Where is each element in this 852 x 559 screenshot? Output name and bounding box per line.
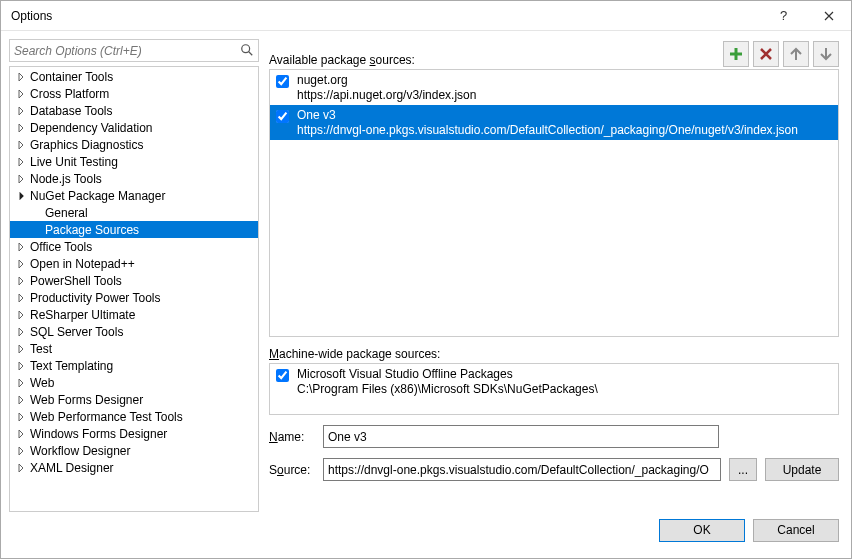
cancel-button[interactable]: Cancel bbox=[753, 519, 839, 542]
chevron-right-icon[interactable] bbox=[16, 361, 26, 371]
window-title: Options bbox=[11, 9, 761, 23]
close-button[interactable] bbox=[806, 1, 851, 30]
tree-item[interactable]: Web bbox=[10, 374, 258, 391]
tree-item[interactable]: Web Forms Designer bbox=[10, 391, 258, 408]
chevron-right-icon[interactable] bbox=[16, 463, 26, 473]
chevron-right-icon[interactable] bbox=[16, 259, 26, 269]
source-url: C:\Program Files (x86)\Microsoft SDKs\Nu… bbox=[297, 382, 598, 397]
move-up-button[interactable] bbox=[783, 41, 809, 67]
search-box[interactable] bbox=[9, 39, 259, 62]
tree-item[interactable]: SQL Server Tools bbox=[10, 323, 258, 340]
chevron-right-icon[interactable] bbox=[16, 310, 26, 320]
tree-item[interactable]: Open in Notepad++ bbox=[10, 255, 258, 272]
remove-source-button[interactable] bbox=[753, 41, 779, 67]
tree-item[interactable]: Graphics Diagnostics bbox=[10, 136, 258, 153]
chevron-right-icon[interactable] bbox=[16, 89, 26, 99]
available-sources-label: Available package sources: bbox=[269, 53, 415, 67]
available-sources-list[interactable]: nuget.orghttps://api.nuget.org/v3/index.… bbox=[269, 69, 839, 337]
tree-item[interactable]: Live Unit Testing bbox=[10, 153, 258, 170]
name-input[interactable] bbox=[323, 425, 719, 448]
chevron-right-icon[interactable] bbox=[16, 276, 26, 286]
source-text: One v3https://dnvgl-one.pkgs.visualstudi… bbox=[297, 108, 798, 138]
move-down-button[interactable] bbox=[813, 41, 839, 67]
chevron-right-icon[interactable] bbox=[16, 157, 26, 167]
chevron-right-icon[interactable] bbox=[16, 378, 26, 388]
right-panel: Available package sources: bbox=[269, 39, 839, 512]
tree-item-label: ReSharper Ultimate bbox=[30, 308, 135, 322]
tree-item[interactable]: General bbox=[10, 204, 258, 221]
tree-item[interactable]: ReSharper Ultimate bbox=[10, 306, 258, 323]
ok-button[interactable]: OK bbox=[659, 519, 745, 542]
tree-item-label: Live Unit Testing bbox=[30, 155, 118, 169]
chevron-right-icon[interactable] bbox=[16, 327, 26, 337]
name-row: Name: bbox=[269, 425, 839, 448]
tree-item[interactable]: Productivity Power Tools bbox=[10, 289, 258, 306]
tree-item[interactable]: Dependency Validation bbox=[10, 119, 258, 136]
tree-item-label: Open in Notepad++ bbox=[30, 257, 135, 271]
chevron-right-icon[interactable] bbox=[16, 395, 26, 405]
x-icon bbox=[760, 48, 772, 60]
tree-item-label: XAML Designer bbox=[30, 461, 114, 475]
tree-item[interactable]: Container Tools bbox=[10, 68, 258, 85]
tree-item[interactable]: Office Tools bbox=[10, 238, 258, 255]
source-enabled-checkbox[interactable] bbox=[276, 110, 289, 123]
tree-item[interactable]: Node.js Tools bbox=[10, 170, 258, 187]
tree-item[interactable]: Workflow Designer bbox=[10, 442, 258, 459]
source-name: Microsoft Visual Studio Offline Packages bbox=[297, 367, 598, 382]
tree-item-label: Web Forms Designer bbox=[30, 393, 143, 407]
options-tree[interactable]: Container ToolsCross PlatformDatabase To… bbox=[9, 66, 259, 512]
source-row: Source: ... Update bbox=[269, 458, 839, 481]
tree-item[interactable]: Database Tools bbox=[10, 102, 258, 119]
tree-item-label: Text Templating bbox=[30, 359, 113, 373]
source-text: nuget.orghttps://api.nuget.org/v3/index.… bbox=[297, 73, 476, 103]
source-text: Microsoft Visual Studio Offline Packages… bbox=[297, 367, 598, 397]
tree-item-label: Node.js Tools bbox=[30, 172, 102, 186]
tree-item-label: Test bbox=[30, 342, 52, 356]
tree-item[interactable]: Windows Forms Designer bbox=[10, 425, 258, 442]
package-source-row[interactable]: One v3https://dnvgl-one.pkgs.visualstudi… bbox=[270, 105, 838, 140]
source-enabled-checkbox[interactable] bbox=[276, 75, 289, 88]
source-toolbar bbox=[723, 41, 839, 67]
update-button[interactable]: Update bbox=[765, 458, 839, 481]
chevron-right-icon[interactable] bbox=[16, 344, 26, 354]
search-input[interactable] bbox=[10, 42, 258, 60]
chevron-right-icon[interactable] bbox=[16, 293, 26, 303]
chevron-right-icon[interactable] bbox=[16, 123, 26, 133]
tree-item[interactable]: Package Sources bbox=[10, 221, 258, 238]
chevron-right-icon[interactable] bbox=[16, 72, 26, 82]
source-url: https://dnvgl-one.pkgs.visualstudio.com/… bbox=[297, 123, 798, 138]
dialog-footer: OK Cancel bbox=[1, 512, 851, 558]
tree-item-label: Database Tools bbox=[30, 104, 113, 118]
chevron-right-icon[interactable] bbox=[16, 429, 26, 439]
help-button[interactable]: ? bbox=[761, 1, 806, 30]
close-icon bbox=[824, 11, 834, 21]
add-source-button[interactable] bbox=[723, 41, 749, 67]
source-input[interactable] bbox=[323, 458, 721, 481]
chevron-right-icon[interactable] bbox=[16, 412, 26, 422]
tree-item[interactable]: XAML Designer bbox=[10, 459, 258, 476]
chevron-right-icon[interactable] bbox=[16, 106, 26, 116]
chevron-right-icon[interactable] bbox=[16, 242, 26, 252]
tree-item[interactable]: Test bbox=[10, 340, 258, 357]
chevron-down-icon[interactable] bbox=[16, 191, 26, 201]
chevron-right-icon[interactable] bbox=[16, 140, 26, 150]
tree-item-label: Windows Forms Designer bbox=[30, 427, 167, 441]
tree-item-label: Office Tools bbox=[30, 240, 92, 254]
chevron-right-icon[interactable] bbox=[16, 174, 26, 184]
browse-button[interactable]: ... bbox=[729, 458, 757, 481]
tree-item-label: Workflow Designer bbox=[30, 444, 130, 458]
package-source-row[interactable]: Microsoft Visual Studio Offline Packages… bbox=[270, 364, 838, 399]
source-enabled-checkbox[interactable] bbox=[276, 369, 289, 382]
chevron-right-icon[interactable] bbox=[16, 446, 26, 456]
tree-item[interactable]: PowerShell Tools bbox=[10, 272, 258, 289]
tree-item[interactable]: Text Templating bbox=[10, 357, 258, 374]
machine-sources-list[interactable]: Microsoft Visual Studio Offline Packages… bbox=[269, 363, 839, 415]
titlebar: Options ? bbox=[1, 1, 851, 31]
tree-item-label: Cross Platform bbox=[30, 87, 109, 101]
tree-item[interactable]: NuGet Package Manager bbox=[10, 187, 258, 204]
tree-item[interactable]: Web Performance Test Tools bbox=[10, 408, 258, 425]
tree-item[interactable]: Cross Platform bbox=[10, 85, 258, 102]
package-source-row[interactable]: nuget.orghttps://api.nuget.org/v3/index.… bbox=[270, 70, 838, 105]
tree-item-label: NuGet Package Manager bbox=[30, 189, 165, 203]
tree-item-label: Package Sources bbox=[45, 223, 139, 237]
